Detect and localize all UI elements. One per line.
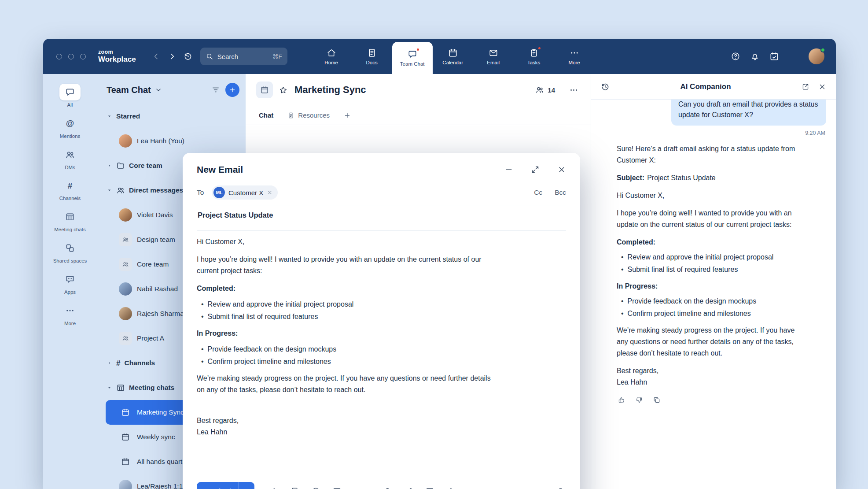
people-icon [65,150,75,159]
people-icon [122,261,129,268]
team-chat-icon [408,49,417,59]
help-button[interactable] [728,48,743,64]
user-avatar[interactable] [809,48,824,64]
caret-down-icon [107,385,112,391]
logo-workplace: Workplace [98,56,136,64]
email-greeting: Hi Customer X, [197,236,491,248]
star-channel-button[interactable] [279,85,288,95]
close-window-button[interactable] [56,54,62,59]
more-icon [569,85,578,95]
insert-image-button[interactable] [331,486,342,489]
section-starred[interactable]: Starred [106,104,241,129]
avatar [119,282,132,296]
ai-history-button[interactable] [599,81,611,93]
calendar-check-button[interactable] [766,48,782,64]
meeting-chip-icon[interactable] [256,82,273,98]
chevron-down-icon[interactable] [154,86,162,94]
expand-icon [531,165,540,174]
nav-docs[interactable]: Docs [352,39,392,74]
new-chat-button[interactable] [225,83,239,97]
close-icon [818,83,826,91]
ai-response: Sure! Here’s a draft email asking for a … [601,143,826,405]
add-tab-button[interactable] [344,112,351,119]
nav-tasks[interactable]: Tasks [514,39,554,74]
notifications-button[interactable] [747,48,763,64]
rail-more-label: More [64,321,76,327]
ai-response-outro: We’re making steady progress on the proj… [617,325,803,359]
template-button[interactable] [289,486,300,489]
remove-recipient-button[interactable] [267,189,273,196]
email-modal-title: New Email [197,164,243,175]
search-icon [206,52,213,60]
email-intro: I hope you’re doing well! I wanted to pr… [197,254,491,277]
rail-dms[interactable]: DMs [59,146,81,171]
window-controls[interactable] [56,54,86,59]
emoji-button[interactable] [310,486,321,489]
rail-meeting-chats[interactable]: Meeting chats [54,208,86,233]
chat-rail: All @ Mentions DMs # Channels Meeting ch… [43,74,97,489]
sidebar-title[interactable]: Team Chat [107,85,151,95]
minimize-icon [504,165,513,174]
tab-chat[interactable]: Chat [259,111,273,119]
layout-button[interactable] [424,486,435,489]
gif-button[interactable]: GIF [353,487,365,489]
rail-all[interactable]: All [59,84,81,108]
back-button[interactable] [148,48,164,64]
copy-button[interactable] [652,395,662,405]
rail-mentions[interactable]: @ Mentions [59,115,81,140]
cc-button[interactable]: Cc [534,189,542,196]
variables-button[interactable]: {x} [467,487,477,489]
to-label: To [197,189,212,196]
send-button[interactable]: Send [197,482,239,489]
rail-shared-spaces[interactable]: Shared spaces [53,240,87,264]
list-item-lea-hanh[interactable]: Lea Hanh (You) [106,129,241,153]
send-options-button[interactable] [239,482,254,489]
email-to-row[interactable]: To ML Customer X Cc Bcc [197,185,566,200]
ai-open-external-button[interactable] [800,81,811,93]
new-email-modal: New Email To ML Customer X Cc Bcc [183,153,580,489]
minimize-window-button[interactable] [68,54,74,59]
divider [197,230,566,231]
tab-resources[interactable]: Resources [287,111,330,119]
open-external-icon [802,83,809,91]
list-item: •Confirm project timeline and milestones [197,356,491,367]
ai-assist-button[interactable] [445,486,456,489]
ai-companion-button[interactable] [786,48,802,64]
edit-button[interactable] [403,486,414,489]
email-completed-heading: Completed: [197,283,491,294]
channel-more-button[interactable] [567,84,580,96]
filter-button[interactable] [210,84,222,96]
history-button[interactable] [180,48,196,64]
encryption-button[interactable] [382,486,393,489]
thumbs-up-button[interactable] [617,395,626,405]
hash-icon: # [116,359,120,367]
email-subject-input[interactable]: Project Status Update [197,205,566,225]
discard-draft-button[interactable] [555,486,566,489]
rail-channels[interactable]: # Channels [59,177,81,202]
thumbs-down-icon [635,396,643,404]
rail-more[interactable]: More [59,302,81,327]
email-body-editor[interactable]: Hi Customer X, I hope you’re doing well!… [197,236,491,478]
chevron-right-icon [168,52,177,61]
minimize-email-button[interactable] [504,165,513,174]
members-count[interactable]: 14 [535,85,555,94]
nav-calendar[interactable]: Calendar [433,39,473,74]
nav-more[interactable]: More [554,39,595,74]
forward-button[interactable] [164,48,180,64]
maximize-window-button[interactable] [80,54,86,59]
rail-apps[interactable]: Apps [59,271,81,296]
toolbar-more-button[interactable] [487,486,498,489]
recipient-chip[interactable]: ML Customer X [212,185,278,200]
signature-button[interactable] [268,486,279,489]
nav-home[interactable]: Home [311,39,352,74]
search-input[interactable]: Search ⌘F [200,48,287,65]
chevron-left-icon [152,52,161,61]
thumbs-down-button[interactable] [634,395,644,405]
ai-close-button[interactable] [817,81,828,93]
nav-email[interactable]: Email [473,39,514,74]
star-icon [279,85,288,95]
nav-team-chat[interactable]: Team Chat [392,42,433,74]
close-email-button[interactable] [557,165,566,174]
expand-email-button[interactable] [531,165,540,174]
bcc-button[interactable]: Bcc [555,189,566,196]
